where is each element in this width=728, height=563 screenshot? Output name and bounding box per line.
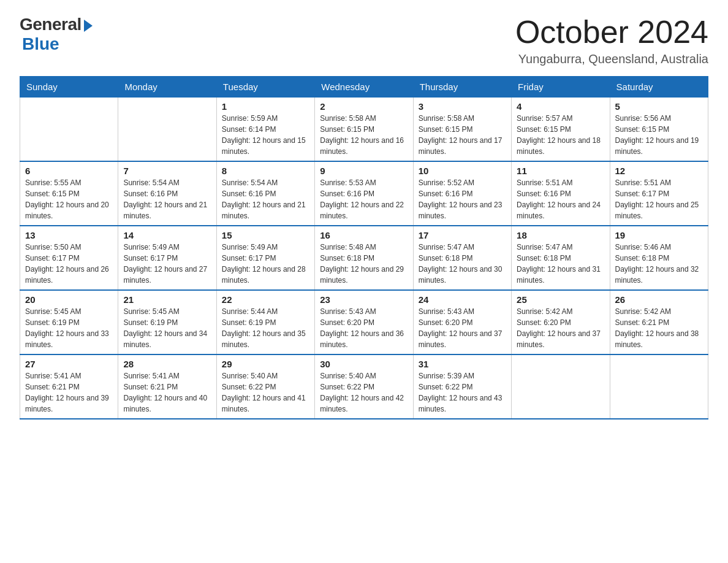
calendar-week-2: 13Sunrise: 5:50 AMSunset: 6:17 PMDayligh… [20, 226, 708, 290]
calendar-week-0: 1Sunrise: 5:59 AMSunset: 6:14 PMDaylight… [20, 98, 708, 162]
calendar-cell: 24Sunrise: 5:43 AMSunset: 6:20 PMDayligh… [413, 290, 511, 354]
calendar-cell: 2Sunrise: 5:58 AMSunset: 6:15 PMDaylight… [315, 98, 413, 162]
day-info: Sunrise: 5:45 AMSunset: 6:19 PMDaylight:… [123, 306, 211, 350]
day-info: Sunrise: 5:49 AMSunset: 6:17 PMDaylight:… [222, 242, 309, 286]
calendar-cell: 18Sunrise: 5:47 AMSunset: 6:18 PMDayligh… [512, 226, 610, 290]
location: Yungaburra, Queensland, Australia [515, 52, 708, 66]
day-number: 2 [320, 101, 408, 112]
day-info: Sunrise: 5:54 AMSunset: 6:16 PMDaylight:… [222, 177, 309, 221]
calendar-cell [20, 98, 118, 162]
day-number: 9 [320, 166, 408, 176]
day-number: 13 [25, 230, 113, 240]
day-info: Sunrise: 5:53 AMSunset: 6:16 PMDaylight:… [320, 177, 408, 221]
day-number: 30 [320, 359, 408, 369]
day-info: Sunrise: 5:52 AMSunset: 6:16 PMDaylight:… [419, 177, 506, 221]
day-number: 27 [25, 359, 113, 369]
calendar-cell [118, 98, 216, 162]
calendar-cell: 27Sunrise: 5:41 AMSunset: 6:21 PMDayligh… [20, 354, 118, 419]
header-saturday: Saturday [610, 77, 708, 98]
logo: General Blue [20, 15, 93, 54]
calendar-cell: 30Sunrise: 5:40 AMSunset: 6:22 PMDayligh… [315, 354, 413, 419]
day-number: 25 [517, 294, 604, 305]
header-friday: Friday [512, 77, 610, 98]
day-number: 19 [615, 230, 703, 240]
day-info: Sunrise: 5:41 AMSunset: 6:21 PMDaylight:… [123, 370, 211, 415]
day-number: 10 [419, 166, 506, 176]
day-info: Sunrise: 5:44 AMSunset: 6:19 PMDaylight:… [222, 306, 309, 350]
calendar-cell: 10Sunrise: 5:52 AMSunset: 6:16 PMDayligh… [413, 161, 511, 226]
day-number: 16 [320, 230, 408, 240]
day-info: Sunrise: 5:43 AMSunset: 6:20 PMDaylight:… [320, 306, 408, 350]
day-info: Sunrise: 5:50 AMSunset: 6:17 PMDaylight:… [25, 242, 113, 286]
day-info: Sunrise: 5:47 AMSunset: 6:18 PMDaylight:… [419, 242, 506, 286]
logo-arrow-icon [84, 20, 93, 32]
day-info: Sunrise: 5:43 AMSunset: 6:20 PMDaylight:… [419, 306, 506, 350]
day-info: Sunrise: 5:57 AMSunset: 6:15 PMDaylight:… [517, 113, 604, 157]
day-info: Sunrise: 5:42 AMSunset: 6:20 PMDaylight:… [517, 306, 604, 350]
header-monday: Monday [118, 77, 216, 98]
calendar-cell: 11Sunrise: 5:51 AMSunset: 6:16 PMDayligh… [512, 161, 610, 226]
calendar-cell: 20Sunrise: 5:45 AMSunset: 6:19 PMDayligh… [20, 290, 118, 354]
day-number: 6 [25, 166, 113, 176]
calendar-cell: 31Sunrise: 5:39 AMSunset: 6:22 PMDayligh… [413, 354, 511, 419]
day-number: 1 [222, 101, 309, 112]
day-number: 18 [517, 230, 604, 240]
calendar-cell: 25Sunrise: 5:42 AMSunset: 6:20 PMDayligh… [512, 290, 610, 354]
title-section: October 2024 Yungaburra, Queensland, Aus… [515, 15, 708, 66]
logo-general-text: General [20, 15, 82, 34]
day-number: 3 [419, 101, 506, 112]
month-title: October 2024 [515, 15, 708, 50]
calendar-cell [610, 354, 708, 419]
calendar-cell: 21Sunrise: 5:45 AMSunset: 6:19 PMDayligh… [118, 290, 216, 354]
calendar-week-4: 27Sunrise: 5:41 AMSunset: 6:21 PMDayligh… [20, 354, 708, 419]
day-number: 23 [320, 294, 408, 305]
day-info: Sunrise: 5:47 AMSunset: 6:18 PMDaylight:… [517, 242, 604, 286]
day-number: 4 [517, 101, 604, 112]
day-number: 29 [222, 359, 309, 369]
calendar-cell: 3Sunrise: 5:58 AMSunset: 6:15 PMDaylight… [413, 98, 511, 162]
calendar-cell: 5Sunrise: 5:56 AMSunset: 6:15 PMDaylight… [610, 98, 708, 162]
day-info: Sunrise: 5:58 AMSunset: 6:15 PMDaylight:… [419, 113, 506, 157]
day-number: 21 [123, 294, 211, 305]
header-sunday: Sunday [20, 77, 118, 98]
day-info: Sunrise: 5:45 AMSunset: 6:19 PMDaylight:… [25, 306, 113, 350]
calendar-cell: 1Sunrise: 5:59 AMSunset: 6:14 PMDaylight… [216, 98, 314, 162]
day-number: 7 [123, 166, 211, 176]
day-info: Sunrise: 5:42 AMSunset: 6:21 PMDaylight:… [615, 306, 703, 350]
header-thursday: Thursday [413, 77, 511, 98]
day-number: 5 [615, 101, 703, 112]
calendar-cell: 15Sunrise: 5:49 AMSunset: 6:17 PMDayligh… [216, 226, 314, 290]
header-tuesday: Tuesday [216, 77, 314, 98]
page-header: General Blue October 2024 Yungaburra, Qu… [20, 15, 708, 66]
day-info: Sunrise: 5:41 AMSunset: 6:21 PMDaylight:… [25, 370, 113, 415]
day-info: Sunrise: 5:46 AMSunset: 6:18 PMDaylight:… [615, 242, 703, 286]
day-info: Sunrise: 5:48 AMSunset: 6:18 PMDaylight:… [320, 242, 408, 286]
day-info: Sunrise: 5:58 AMSunset: 6:15 PMDaylight:… [320, 113, 408, 157]
day-info: Sunrise: 5:54 AMSunset: 6:16 PMDaylight:… [123, 177, 211, 221]
calendar-cell: 22Sunrise: 5:44 AMSunset: 6:19 PMDayligh… [216, 290, 314, 354]
calendar-cell: 9Sunrise: 5:53 AMSunset: 6:16 PMDaylight… [315, 161, 413, 226]
calendar-cell: 4Sunrise: 5:57 AMSunset: 6:15 PMDaylight… [512, 98, 610, 162]
calendar-table: SundayMondayTuesdayWednesdayThursdayFrid… [20, 76, 708, 419]
day-number: 22 [222, 294, 309, 305]
day-number: 15 [222, 230, 309, 240]
calendar-week-3: 20Sunrise: 5:45 AMSunset: 6:19 PMDayligh… [20, 290, 708, 354]
header-wednesday: Wednesday [315, 77, 413, 98]
day-number: 20 [25, 294, 113, 305]
calendar-cell: 13Sunrise: 5:50 AMSunset: 6:17 PMDayligh… [20, 226, 118, 290]
calendar-cell: 17Sunrise: 5:47 AMSunset: 6:18 PMDayligh… [413, 226, 511, 290]
calendar-cell: 16Sunrise: 5:48 AMSunset: 6:18 PMDayligh… [315, 226, 413, 290]
calendar-cell: 14Sunrise: 5:49 AMSunset: 6:17 PMDayligh… [118, 226, 216, 290]
calendar-cell: 7Sunrise: 5:54 AMSunset: 6:16 PMDaylight… [118, 161, 216, 226]
day-number: 24 [419, 294, 506, 305]
day-number: 26 [615, 294, 703, 305]
calendar-cell: 26Sunrise: 5:42 AMSunset: 6:21 PMDayligh… [610, 290, 708, 354]
calendar-cell [512, 354, 610, 419]
calendar-header-row: SundayMondayTuesdayWednesdayThursdayFrid… [20, 77, 708, 98]
day-number: 31 [419, 359, 506, 369]
day-info: Sunrise: 5:59 AMSunset: 6:14 PMDaylight:… [222, 113, 309, 157]
calendar-cell: 29Sunrise: 5:40 AMSunset: 6:22 PMDayligh… [216, 354, 314, 419]
day-info: Sunrise: 5:40 AMSunset: 6:22 PMDaylight:… [320, 370, 408, 415]
day-info: Sunrise: 5:51 AMSunset: 6:16 PMDaylight:… [517, 177, 604, 221]
day-number: 28 [123, 359, 211, 369]
